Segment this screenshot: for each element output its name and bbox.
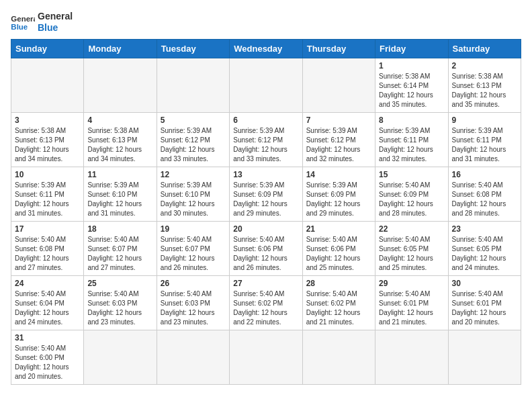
calendar-week-row: 31Sunrise: 5:40 AM Sunset: 6:00 PM Dayli… xyxy=(11,330,521,384)
calendar-cell xyxy=(84,58,157,112)
day-number: 14 xyxy=(306,170,371,179)
calendar-cell xyxy=(230,58,302,112)
calendar-cell: 25Sunrise: 5:40 AM Sunset: 6:03 PM Dayli… xyxy=(84,275,157,330)
day-number: 28 xyxy=(306,279,371,288)
day-number: 18 xyxy=(87,224,152,234)
calendar-cell xyxy=(302,330,375,384)
calendar-cell: 1Sunrise: 5:38 AM Sunset: 6:14 PM Daylig… xyxy=(375,58,448,112)
day-number: 26 xyxy=(161,279,226,288)
day-number: 27 xyxy=(233,279,298,288)
day-info: Sunrise: 5:40 AM Sunset: 6:05 PM Dayligh… xyxy=(379,235,444,273)
day-number: 15 xyxy=(379,170,444,179)
day-info: Sunrise: 5:40 AM Sunset: 6:07 PM Dayligh… xyxy=(161,235,226,273)
svg-text:Blue: Blue xyxy=(11,23,28,31)
calendar-cell: 21Sunrise: 5:40 AM Sunset: 6:06 PM Dayli… xyxy=(302,221,375,275)
calendar-cell: 12Sunrise: 5:39 AM Sunset: 6:10 PM Dayli… xyxy=(157,167,229,221)
svg-text:General: General xyxy=(11,15,35,23)
calendar-cell: 11Sunrise: 5:39 AM Sunset: 6:10 PM Dayli… xyxy=(84,167,157,221)
calendar-cell: 22Sunrise: 5:40 AM Sunset: 6:05 PM Dayli… xyxy=(375,221,448,275)
day-info: Sunrise: 5:39 AM Sunset: 6:11 PM Dayligh… xyxy=(15,181,80,218)
calendar-cell: 23Sunrise: 5:40 AM Sunset: 6:05 PM Dayli… xyxy=(448,221,521,275)
calendar-cell: 30Sunrise: 5:40 AM Sunset: 6:01 PM Dayli… xyxy=(448,275,521,330)
day-number: 23 xyxy=(452,224,517,234)
calendar-cell: 28Sunrise: 5:40 AM Sunset: 6:02 PM Dayli… xyxy=(302,275,375,330)
calendar-cell: 27Sunrise: 5:40 AM Sunset: 6:02 PM Dayli… xyxy=(230,275,302,330)
calendar-week-row: 10Sunrise: 5:39 AM Sunset: 6:11 PM Dayli… xyxy=(11,167,521,221)
day-number: 29 xyxy=(379,279,444,288)
day-info: Sunrise: 5:39 AM Sunset: 6:10 PM Dayligh… xyxy=(87,181,152,218)
day-info: Sunrise: 5:39 AM Sunset: 6:11 PM Dayligh… xyxy=(379,126,444,164)
day-info: Sunrise: 5:39 AM Sunset: 6:09 PM Dayligh… xyxy=(233,181,298,218)
calendar-cell xyxy=(84,330,157,384)
weekday-header-saturday: Saturday xyxy=(448,39,521,58)
day-info: Sunrise: 5:39 AM Sunset: 6:12 PM Dayligh… xyxy=(306,126,371,164)
day-info: Sunrise: 5:39 AM Sunset: 6:09 PM Dayligh… xyxy=(306,181,371,218)
calendar-cell xyxy=(230,330,302,384)
calendar-cell xyxy=(375,330,448,384)
calendar-table: SundayMondayTuesdayWednesdayThursdayFrid… xyxy=(11,39,521,385)
weekday-header-wednesday: Wednesday xyxy=(230,39,302,58)
day-number: 12 xyxy=(161,170,226,179)
day-info: Sunrise: 5:38 AM Sunset: 6:14 PM Dayligh… xyxy=(379,72,444,109)
calendar-cell: 8Sunrise: 5:39 AM Sunset: 6:11 PM Daylig… xyxy=(375,112,448,167)
day-number: 16 xyxy=(452,170,517,179)
header: General Blue General Blue xyxy=(11,11,521,34)
calendar-cell xyxy=(157,58,229,112)
weekday-header-friday: Friday xyxy=(375,39,448,58)
day-number: 25 xyxy=(87,279,152,288)
day-info: Sunrise: 5:40 AM Sunset: 6:04 PM Dayligh… xyxy=(15,289,80,327)
day-info: Sunrise: 5:38 AM Sunset: 6:13 PM Dayligh… xyxy=(87,126,152,164)
calendar-cell xyxy=(157,330,229,384)
day-number: 20 xyxy=(233,224,298,234)
day-number: 1 xyxy=(379,61,444,71)
day-info: Sunrise: 5:40 AM Sunset: 6:01 PM Dayligh… xyxy=(379,289,444,327)
calendar-cell: 5Sunrise: 5:39 AM Sunset: 6:12 PM Daylig… xyxy=(157,112,229,167)
weekday-header-sunday: Sunday xyxy=(11,39,84,58)
day-info: Sunrise: 5:38 AM Sunset: 6:13 PM Dayligh… xyxy=(15,126,80,164)
calendar-cell: 13Sunrise: 5:39 AM Sunset: 6:09 PM Dayli… xyxy=(230,167,302,221)
calendar-cell: 16Sunrise: 5:40 AM Sunset: 6:08 PM Dayli… xyxy=(448,167,521,221)
day-number: 11 xyxy=(87,170,152,179)
calendar-cell: 10Sunrise: 5:39 AM Sunset: 6:11 PM Dayli… xyxy=(11,167,84,221)
day-number: 21 xyxy=(306,224,371,234)
day-number: 31 xyxy=(15,333,80,342)
day-info: Sunrise: 5:40 AM Sunset: 6:06 PM Dayligh… xyxy=(233,235,298,273)
calendar-cell: 6Sunrise: 5:39 AM Sunset: 6:12 PM Daylig… xyxy=(230,112,302,167)
calendar-cell: 24Sunrise: 5:40 AM Sunset: 6:04 PM Dayli… xyxy=(11,275,84,330)
calendar-header-row: SundayMondayTuesdayWednesdayThursdayFrid… xyxy=(11,39,521,58)
calendar-cell: 14Sunrise: 5:39 AM Sunset: 6:09 PM Dayli… xyxy=(302,167,375,221)
day-info: Sunrise: 5:39 AM Sunset: 6:11 PM Dayligh… xyxy=(452,126,517,164)
day-number: 9 xyxy=(452,116,517,125)
weekday-header-thursday: Thursday xyxy=(302,39,375,58)
calendar-cell: 19Sunrise: 5:40 AM Sunset: 6:07 PM Dayli… xyxy=(157,221,229,275)
calendar-cell: 2Sunrise: 5:38 AM Sunset: 6:13 PM Daylig… xyxy=(448,58,521,112)
day-number: 5 xyxy=(161,116,226,125)
calendar-week-row: 3Sunrise: 5:38 AM Sunset: 6:13 PM Daylig… xyxy=(11,112,521,167)
day-info: Sunrise: 5:40 AM Sunset: 6:07 PM Dayligh… xyxy=(87,235,152,273)
calendar-cell: 18Sunrise: 5:40 AM Sunset: 6:07 PM Dayli… xyxy=(84,221,157,275)
day-number: 24 xyxy=(15,279,80,288)
day-info: Sunrise: 5:40 AM Sunset: 6:08 PM Dayligh… xyxy=(452,181,517,218)
calendar-week-row: 1Sunrise: 5:38 AM Sunset: 6:14 PM Daylig… xyxy=(11,58,521,112)
day-number: 6 xyxy=(233,116,298,125)
day-info: Sunrise: 5:39 AM Sunset: 6:12 PM Dayligh… xyxy=(161,126,226,164)
calendar-week-row: 24Sunrise: 5:40 AM Sunset: 6:04 PM Dayli… xyxy=(11,275,521,330)
day-number: 2 xyxy=(452,61,517,71)
calendar-cell xyxy=(302,58,375,112)
day-number: 30 xyxy=(452,279,517,288)
day-info: Sunrise: 5:39 AM Sunset: 6:10 PM Dayligh… xyxy=(161,181,226,218)
calendar-cell: 17Sunrise: 5:40 AM Sunset: 6:08 PM Dayli… xyxy=(11,221,84,275)
day-info: Sunrise: 5:40 AM Sunset: 6:09 PM Dayligh… xyxy=(379,181,444,218)
day-number: 8 xyxy=(379,116,444,125)
logo-general-text: General xyxy=(38,11,73,22)
day-number: 4 xyxy=(87,116,152,125)
weekday-header-tuesday: Tuesday xyxy=(157,39,229,58)
calendar-cell: 3Sunrise: 5:38 AM Sunset: 6:13 PM Daylig… xyxy=(11,112,84,167)
day-info: Sunrise: 5:40 AM Sunset: 6:06 PM Dayligh… xyxy=(306,235,371,273)
day-number: 7 xyxy=(306,116,371,125)
day-number: 17 xyxy=(15,224,80,234)
day-info: Sunrise: 5:40 AM Sunset: 6:00 PM Dayligh… xyxy=(15,344,80,381)
calendar-cell: 26Sunrise: 5:40 AM Sunset: 6:03 PM Dayli… xyxy=(157,275,229,330)
weekday-header-monday: Monday xyxy=(84,39,157,58)
day-info: Sunrise: 5:40 AM Sunset: 6:03 PM Dayligh… xyxy=(87,289,152,327)
